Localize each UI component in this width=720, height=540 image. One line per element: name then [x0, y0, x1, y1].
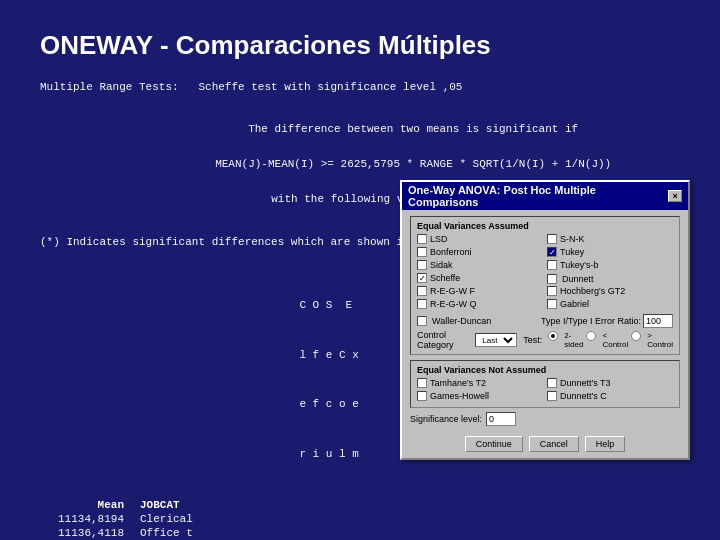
sig-label: Significance level:: [410, 414, 482, 424]
equal-variance-label: Equal Variances Assumed: [417, 221, 673, 231]
checkbox-tukey-label: Tukey: [560, 247, 584, 257]
checkbox-tukeysb[interactable]: [547, 260, 557, 270]
checkbox-dunnett-c-label: Dunnett's C: [560, 391, 607, 401]
checkbox-snk-label: S-N-K: [560, 234, 585, 244]
dialog-close-button[interactable]: ×: [668, 190, 682, 202]
test-label: Test:: [523, 335, 542, 345]
checkbox-sidak-row: Sidak: [417, 260, 543, 270]
checkbox-dunnett[interactable]: [547, 274, 557, 284]
control-select[interactable]: Last First: [475, 333, 517, 347]
cancel-button[interactable]: Cancel: [529, 436, 579, 452]
jobcat-1: Office t: [140, 527, 230, 539]
dialog-titlebar: One-Way ANOVA: Post Hoc Multiple Compari…: [402, 182, 688, 210]
checkbox-bonferroni-label: Bonferroni: [430, 247, 472, 257]
type-ratio-input[interactable]: [643, 314, 673, 328]
sig-input[interactable]: [486, 412, 516, 426]
checkbox-regwq-label: R-E-G-W Q: [430, 299, 477, 309]
checkbox-dunnett-t3[interactable]: [547, 378, 557, 388]
mean-1: 11136,4118: [40, 527, 140, 539]
help-button[interactable]: Help: [585, 436, 626, 452]
checkbox-scheffe[interactable]: [417, 273, 427, 283]
checkbox-gabriel-label: Gabriel: [560, 299, 589, 309]
checkbox-tukey-row: Tukey: [547, 247, 673, 257]
dialog: One-Way ANOVA: Post Hoc Multiple Compari…: [400, 180, 690, 460]
checkbox-regwf-label: R-E-G-W F: [430, 286, 475, 296]
mean-0: 11134,8194: [40, 513, 140, 525]
checkbox-games-label: Games-Howell: [430, 391, 489, 401]
unequal-variance-label: Equal Variances Not Assumed: [417, 365, 673, 375]
waller-label: Waller-Duncan: [432, 316, 491, 326]
checkbox-lsd-label: LSD: [430, 234, 448, 244]
type-ratio-label: Type I/Type I Error Ratio:: [541, 316, 641, 326]
continue-button[interactable]: Continue: [465, 436, 523, 452]
checkbox-snk[interactable]: [547, 234, 557, 244]
checkbox-regwf-row: R-E-G-W F: [417, 286, 543, 296]
desc-line1: The difference between two means is sign…: [248, 123, 578, 135]
checkbox-regwq-row: R-E-G-W Q: [417, 299, 543, 309]
dialog-title: One-Way ANOVA: Post Hoc Multiple Compari…: [408, 184, 668, 208]
checkbox-gabriel[interactable]: [547, 299, 557, 309]
checkbox-waller[interactable]: [417, 316, 427, 326]
page-title: ONEWAY - Comparaciones Múltiples: [40, 30, 680, 61]
checkbox-tukeysb-label: Tukey's-b: [560, 260, 598, 270]
checkbox-snk-row: S-N-K: [547, 234, 673, 244]
checkbox-regwf[interactable]: [417, 286, 427, 296]
checkbox-gabriel-row: Gabriel: [547, 299, 673, 309]
radio-gt-control[interactable]: [631, 331, 641, 341]
checkbox-dunnett-t3-row: Dunnett's T3: [547, 378, 673, 388]
checkbox-hochberg-row: Hochberg's GT2: [547, 286, 673, 296]
control-label: Control Category: [417, 330, 469, 350]
jobcat-0: Clerical: [140, 513, 230, 525]
sig-row: Significance level:: [410, 412, 680, 426]
checkbox-bonferroni-row: Bonferroni: [417, 247, 543, 257]
checkbox-sidak[interactable]: [417, 260, 427, 270]
table-row: 11136,4118 Office t: [40, 527, 680, 539]
desc-line2: MEAN(J)-MEAN(I) >= 2625,5795 * RANGE * S…: [215, 158, 611, 170]
checkbox-dunnett-t3-label: Dunnett's T3: [560, 378, 611, 388]
checkbox-lsd[interactable]: [417, 234, 427, 244]
checkbox-tukeysb-row: Tukey's-b: [547, 260, 673, 270]
checkbox-bonferroni[interactable]: [417, 247, 427, 257]
checkbox-tukey[interactable]: [547, 247, 557, 257]
checkbox-scheffe-label: Scheffe: [430, 273, 460, 283]
waller-section: Waller-Duncan Type I/Type I Error Ratio:: [417, 314, 673, 328]
col-mean-header: Mean: [40, 499, 140, 511]
checkbox-games-row: Games-Howell: [417, 391, 543, 401]
dunnett-row: Dunnett: [547, 273, 673, 285]
table-row: 11134,8194 Clerical: [40, 513, 680, 525]
col-jobcat-header: JOBCAT: [140, 499, 230, 511]
dialog-footer: Continue Cancel Help: [402, 432, 688, 458]
checkbox-dunnett-c[interactable]: [547, 391, 557, 401]
checkbox-tamhane[interactable]: [417, 378, 427, 388]
control-section: Control Category Last First Test: 2-side…: [417, 330, 673, 350]
checkbox-scheffe-row: Scheffe: [417, 273, 543, 283]
dunnett-label: Dunnett: [562, 274, 594, 284]
checkbox-games[interactable]: [417, 391, 427, 401]
checkbox-lsd-row: LSD: [417, 234, 543, 244]
checkbox-regwq[interactable]: [417, 299, 427, 309]
checkbox-tamhane-label: Tamhane's T2: [430, 378, 486, 388]
checkbox-hochberg-label: Hochberg's GT2: [560, 286, 625, 296]
range-test-line: Multiple Range Tests: Scheffe test with …: [40, 81, 680, 93]
dialog-body: Equal Variances Assumed LSD S-N-K Bonfer…: [402, 210, 688, 432]
radio-2-sided[interactable]: [548, 331, 558, 341]
checkbox-hochberg[interactable]: [547, 286, 557, 296]
checkbox-sidak-label: Sidak: [430, 260, 453, 270]
checkbox-tamhane-row: Tamhane's T2: [417, 378, 543, 388]
checkbox-dunnett-c-row: Dunnett's C: [547, 391, 673, 401]
table-header-row: Mean JOBCAT: [40, 499, 680, 511]
radio-lt-control[interactable]: [586, 331, 596, 341]
data-table: Mean JOBCAT 11134,8194 Clerical 11136,41…: [40, 499, 680, 540]
